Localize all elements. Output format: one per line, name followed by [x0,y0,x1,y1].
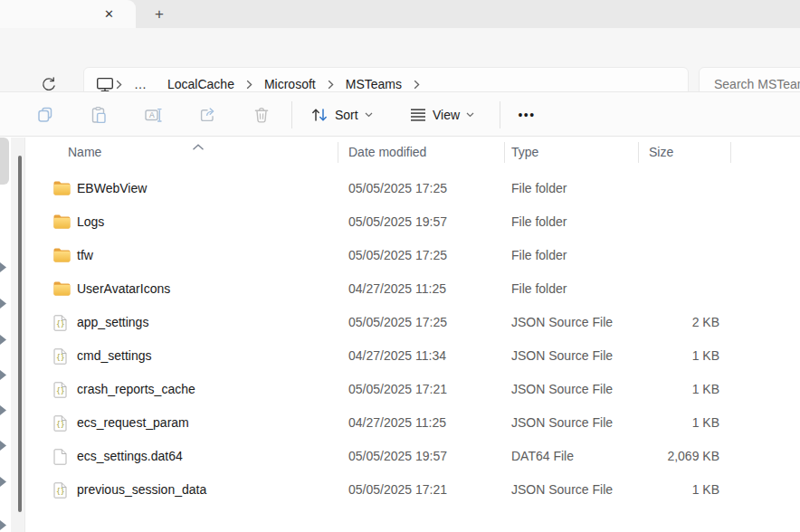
file-name[interactable]: Logs [77,205,104,239]
file-row[interactable]: {} ecs_settings.dat64 05/05/2025 19:57 D… [25,440,800,473]
file-row[interactable]: {} EBWebView 05/05/2025 17:25 File folde… [25,172,800,205]
file-list-pane: Name Date modified Type Size {} EBWebVie… [25,137,800,532]
share-button[interactable] [192,100,223,130]
chevron-down-icon [365,112,373,118]
this-pc-icon[interactable] [96,76,114,93]
paste-button[interactable] [83,100,114,130]
file-row[interactable]: {} UserAvatarIcons 04/27/2025 11:25 File… [25,272,800,306]
column-header-name[interactable]: Name [68,137,101,167]
command-toolbar: A [0,91,800,137]
column-header-date-modified[interactable]: Date modified [348,137,426,167]
file-row[interactable]: {} Logs 05/05/2025 19:57 File folder [25,205,800,239]
tree-expand-icon[interactable] [0,441,6,451]
tree-expand-icon[interactable] [0,299,6,309]
chevron-down-icon [466,112,474,118]
column-divider[interactable] [730,142,731,163]
tab-bar: ✕ + [0,0,800,28]
file-icon [53,449,67,465]
file-date-modified: 05/05/2025 17:25 [348,172,447,205]
json-file-icon: {} [53,482,67,499]
column-divider[interactable] [504,142,505,163]
file-date-modified: 05/05/2025 17:21 [348,373,447,406]
copy-button[interactable] [30,100,61,130]
rename-icon: A [144,106,163,124]
breadcrumb-chevron-icon[interactable] [326,80,336,90]
nav-scrollbar-thumb[interactable] [18,156,22,512]
file-type: File folder [511,239,567,272]
breadcrumb-chevron-icon[interactable] [114,80,124,90]
delete-button[interactable] [246,100,277,130]
file-row[interactable]: {} previous_session_data 05/05/2025 17:2… [25,473,800,507]
file-date-modified: 05/05/2025 17:21 [348,473,447,507]
more-options-button[interactable]: ••• [511,100,542,130]
tree-expand-icon[interactable] [0,370,6,380]
file-size: 1 KB [568,373,719,406]
json-file-icon: {} [53,415,67,432]
file-row[interactable]: {} ecs_request_param 04/27/2025 11:25 JS… [25,406,800,440]
folder-icon [53,181,71,195]
json-file-icon: {} [53,315,67,331]
active-tab[interactable]: ✕ [0,0,136,28]
file-name[interactable]: app_settings [77,306,148,339]
folder-icon [53,214,71,229]
json-file-icon: {} [53,382,67,398]
file-row[interactable]: {} app_settings 05/05/2025 17:25 JSON So… [25,306,800,339]
tab-close-button[interactable]: ✕ [98,3,120,25]
tree-expand-icon[interactable] [0,335,6,345]
file-explorer-window: ✕ + … LocalCache [0,0,800,532]
file-type: File folder [511,205,567,239]
file-rows: {} EBWebView 05/05/2025 17:25 File folde… [25,172,800,507]
svg-text:{}: {} [56,320,65,328]
file-row[interactable]: {} cmd_settings 04/27/2025 11:34 JSON So… [25,339,800,373]
tree-expand-icon[interactable] [0,262,6,272]
copy-icon [36,106,54,124]
file-name[interactable]: EBWebView [77,172,147,205]
toolbar-separator [500,101,500,128]
svg-text:{}: {} [56,387,65,395]
file-size: 2,069 KB [568,440,719,473]
file-date-modified: 04/27/2025 11:25 [348,272,446,306]
sort-label: Sort [335,108,358,122]
file-name[interactable]: ecs_settings.dat64 [77,440,183,473]
toolbar-separator [291,101,292,128]
file-type: DAT64 File [511,440,574,473]
file-row[interactable]: {} tfw 05/05/2025 17:25 File folder [25,239,800,272]
tree-expand-icon[interactable] [0,405,6,415]
folder-icon [53,281,71,296]
trash-icon [252,106,271,124]
file-size [568,172,719,205]
sort-button[interactable]: Sort [302,100,381,130]
svg-text:{}: {} [56,354,65,362]
file-size: 1 KB [568,406,719,440]
paste-icon [90,106,108,124]
refresh-icon [40,76,56,92]
view-label: View [433,108,460,122]
rename-button[interactable]: A [138,100,168,130]
tree-expand-icon[interactable] [0,477,6,487]
file-name[interactable]: cmd_settings [77,339,151,373]
file-date-modified: 04/27/2025 11:34 [348,339,446,373]
file-name[interactable]: previous_session_data [77,473,206,507]
column-header-size[interactable]: Size [649,137,673,167]
file-name[interactable]: crash_reports_cache [77,373,195,406]
svg-text:A: A [149,110,155,119]
file-name[interactable]: ecs_request_param [77,406,189,440]
new-tab-button[interactable]: + [148,3,171,25]
column-divider[interactable] [338,142,338,163]
column-header-type[interactable]: Type [511,137,538,167]
svg-text:{}: {} [56,421,65,429]
file-size [568,272,719,306]
breadcrumb-chevron-icon[interactable] [244,80,254,90]
file-row[interactable]: {} crash_reports_cache 05/05/2025 17:21 … [25,373,800,406]
file-name[interactable]: tfw [77,239,93,272]
ellipsis-icon: ••• [518,108,535,122]
column-divider[interactable] [638,142,639,163]
breadcrumb-chevron-icon[interactable] [412,80,422,90]
sort-ascending-icon [192,138,205,155]
file-size [568,205,719,239]
file-date-modified: 05/05/2025 19:57 [348,440,447,473]
view-button[interactable]: View [402,100,482,130]
svg-text:{}: {} [56,488,65,496]
file-name[interactable]: UserAvatarIcons [77,272,170,306]
tree-expand-icon[interactable] [0,520,6,530]
